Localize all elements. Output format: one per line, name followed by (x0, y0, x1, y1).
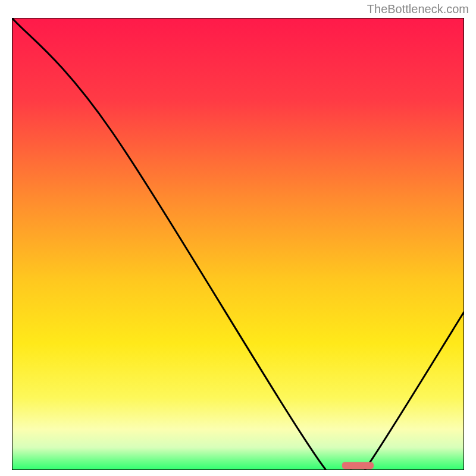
chart-svg (12, 18, 464, 470)
chart-plot-area (12, 18, 464, 470)
watermark-text: TheBottleneck.com (367, 2, 469, 16)
chart-marker (342, 462, 374, 469)
chart-background (12, 18, 464, 470)
